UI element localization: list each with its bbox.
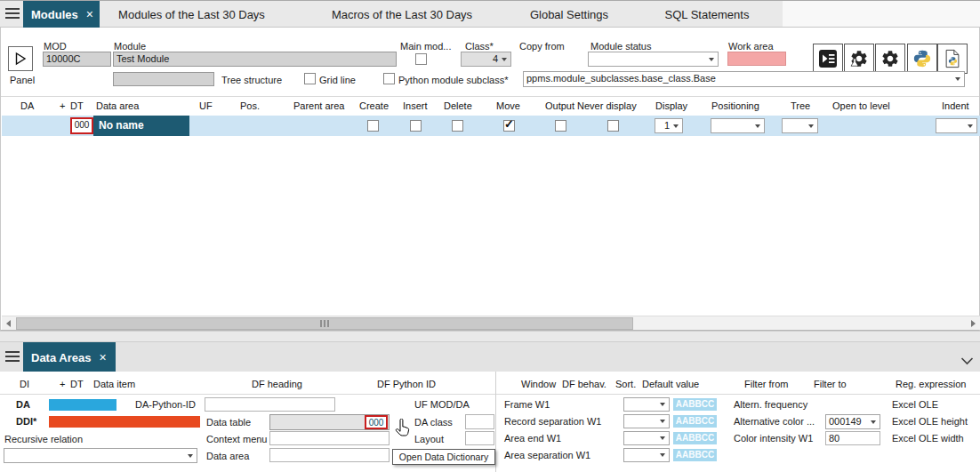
tooltip: Open Data Dictionary — [392, 449, 495, 465]
mod-field[interactable]: 10000C — [43, 52, 111, 67]
hamburger-menu-icon-bottom[interactable] — [5, 351, 20, 364]
tab-data-areas-label: Data Areas — [31, 351, 91, 364]
python-file-button[interactable] — [937, 44, 968, 74]
section-divider — [495, 372, 496, 472]
table-row[interactable]: 000 No name ✓ 1 — [2, 116, 980, 136]
hamburger-menu-icon[interactable] — [5, 8, 20, 21]
never-display-checkbox[interactable] — [607, 120, 619, 132]
run-module-button[interactable] — [8, 46, 33, 71]
frame-w1-select[interactable] — [623, 397, 670, 412]
col-header-insert: Insert — [403, 100, 428, 111]
positioning-select[interactable] — [711, 118, 765, 133]
tab-sql-statements[interactable]: SQL Statements — [647, 8, 767, 21]
dt-cell[interactable]: 000 — [70, 117, 93, 134]
ddi-field[interactable] — [49, 416, 200, 428]
module-tools-icon — [849, 49, 869, 68]
ddi-label: DDI* — [16, 416, 36, 427]
horizontal-scrollbar[interactable] — [2, 316, 980, 330]
col-header-data-item: Data item — [93, 379, 135, 389]
area-end-w1-select[interactable] — [623, 431, 670, 445]
module-tools-button[interactable] — [844, 44, 874, 74]
indent-select[interactable] — [936, 118, 977, 133]
col-header-tree: Tree — [791, 100, 810, 111]
area-end-color-badge[interactable]: AABBCC — [673, 432, 717, 444]
data-item-panel: DI + DT Data item DF heading DF Python I… — [0, 372, 980, 472]
col-header-default-value: Default value — [642, 379, 699, 389]
data-table-value[interactable]: 000 — [365, 415, 388, 429]
da-field[interactable] — [49, 399, 116, 411]
record-separation-color-badge[interactable]: AABBCC — [673, 415, 717, 428]
display-select[interactable]: 1 — [655, 118, 683, 133]
alternative-color-select[interactable]: 000149 — [825, 414, 880, 429]
recursive-relation-select[interactable] — [4, 448, 197, 463]
grid-line-label: Grid line — [319, 75, 356, 85]
frame-w1-label: Frame W1 — [504, 399, 550, 410]
chevron-down-icon — [960, 357, 974, 365]
module-status-select[interactable] — [588, 52, 719, 67]
data-area-field[interactable] — [269, 448, 390, 462]
grid-line-checkbox[interactable] — [304, 73, 316, 84]
settings-gear-icon — [880, 49, 900, 68]
context-menu-field[interactable] — [269, 431, 390, 445]
tab-global-settings[interactable]: Global Settings — [509, 8, 630, 21]
tree-select[interactable] — [782, 118, 818, 133]
add-item-button[interactable]: + — [60, 379, 65, 389]
close-icon[interactable]: × — [99, 351, 106, 364]
close-icon[interactable]: × — [86, 8, 93, 20]
data-table-field[interactable]: 000 — [269, 414, 390, 430]
python-subclass-select[interactable]: ppms.module_subclasses.base_class.Base — [523, 71, 965, 87]
col-header-da: DA — [20, 100, 34, 111]
data-area-name-cell[interactable]: No name — [93, 116, 189, 136]
python-subclass-checkbox[interactable] — [383, 73, 395, 84]
collapse-panel-button[interactable] — [960, 353, 974, 369]
color-intensity-w1-label: Color intensity W1 — [734, 433, 813, 444]
frame-w1-color-badge[interactable]: AABBCC — [673, 398, 717, 411]
col-header-pos: Pos. — [240, 100, 260, 111]
tab-macros-last-30-days[interactable]: Macros of the Last 30 Days — [317, 8, 486, 21]
scroll-left-arrow[interactable] — [6, 320, 11, 327]
tab-data-areas[interactable]: Data Areas × — [23, 342, 116, 372]
col-header-move: Move — [496, 100, 520, 111]
da-python-id-field[interactable] — [205, 397, 335, 412]
col-header-window: Window — [521, 379, 556, 389]
insert-checkbox[interactable] — [410, 120, 422, 132]
tab-modules[interactable]: Modules × — [23, 1, 100, 28]
col-header-uf: UF — [199, 100, 213, 111]
output-checkbox[interactable] — [555, 120, 566, 132]
work-area-field[interactable] — [727, 52, 786, 66]
area-separation-w1-select[interactable] — [623, 448, 670, 462]
col-header-never-display: Never display — [577, 100, 637, 111]
settings-button[interactable] — [875, 44, 905, 74]
tab-modules-label: Modules — [31, 8, 78, 21]
class-select[interactable]: 4 — [461, 52, 511, 67]
move-checkbox[interactable]: ✓ — [503, 120, 515, 132]
module-label: Module — [114, 41, 146, 52]
record-separation-w1-select[interactable] — [623, 414, 670, 428]
create-checkbox[interactable] — [367, 120, 379, 132]
da-label: DA — [16, 399, 30, 410]
da-class-field[interactable] — [465, 414, 494, 429]
col-header-df-heading: DF heading — [252, 379, 302, 389]
layout-field[interactable] — [465, 431, 494, 445]
panel-splitter[interactable] — [0, 331, 980, 341]
panel-field[interactable] — [113, 72, 214, 86]
col-header-delete: Delete — [444, 100, 472, 111]
divider — [0, 394, 980, 395]
scrollbar-thumb[interactable] — [16, 317, 633, 330]
scroll-right-arrow[interactable] — [971, 320, 976, 327]
main-mod-checkbox[interactable] — [415, 53, 427, 65]
module-name-field[interactable]: Test Module — [113, 52, 397, 67]
area-separation-color-badge[interactable]: AABBCC — [673, 449, 717, 461]
da-python-id-label: DA-Python-ID — [135, 399, 196, 410]
panel-label: Panel — [10, 75, 35, 85]
color-intensity-field[interactable]: 80 — [825, 431, 880, 445]
delete-checkbox[interactable] — [452, 120, 463, 132]
python-subclass-label: Python module subclass* — [398, 75, 509, 85]
run-list-button[interactable] — [813, 44, 843, 74]
alternative-color-label: Alternative color ... — [734, 416, 815, 427]
add-row-button[interactable]: + — [60, 100, 65, 111]
area-end-w1-label: Area end W1 — [504, 433, 561, 444]
tab-modules-last-30-days[interactable]: Modules of the Last 30 Days — [105, 8, 278, 21]
python-button[interactable] — [907, 44, 937, 74]
python-file-icon — [943, 49, 962, 68]
